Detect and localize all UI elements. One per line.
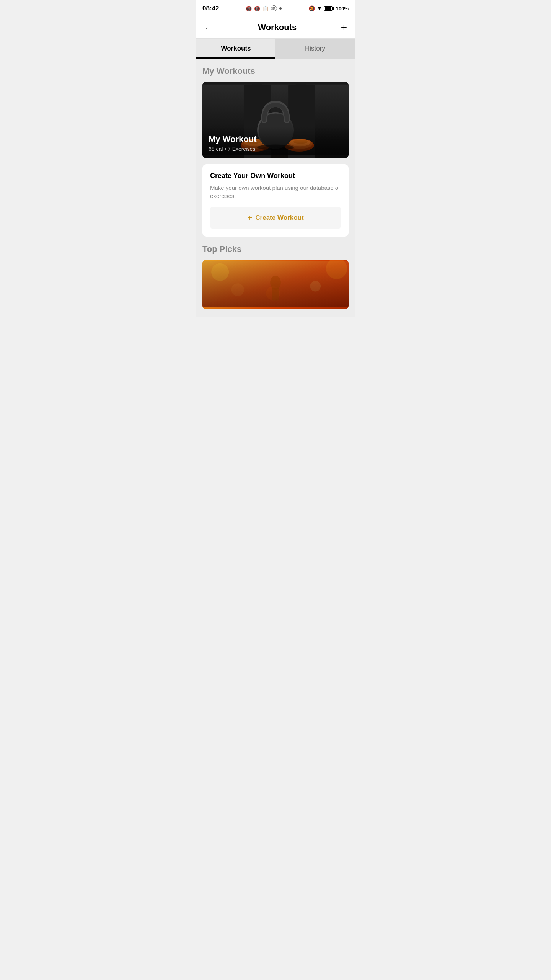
workout-card[interactable]: My Workout 68 cal • 7 Exercises <box>202 82 349 158</box>
tab-history[interactable]: History <box>276 39 355 59</box>
sim1-icon: 📵 <box>246 6 252 11</box>
workout-card-title: My Workout <box>209 134 256 144</box>
create-card-title: Create Your Own Workout <box>210 172 341 180</box>
top-picks-section: Top Picks <box>202 244 349 309</box>
battery-percent: 100% <box>336 6 349 11</box>
dot-icon <box>279 7 282 10</box>
create-workout-card: Create Your Own Workout Make your own wo… <box>202 164 349 237</box>
tab-workouts-label: Workouts <box>221 45 251 52</box>
workout-card-meta: 68 cal • 7 Exercises <box>209 146 256 152</box>
status-bar: 08:42 📵 📵 📋 P 🔕 ▼ 100% <box>196 0 355 17</box>
create-card-description: Make your own workout plan using our dat… <box>210 184 341 200</box>
back-button[interactable]: ← <box>204 22 214 34</box>
top-picks-card[interactable] <box>202 260 349 309</box>
header: ← Workouts + <box>196 17 355 39</box>
my-workouts-section: My Workouts <box>202 66 349 237</box>
tabs-container: Workouts History <box>196 39 355 59</box>
status-time: 08:42 <box>202 5 219 12</box>
tab-history-label: History <box>305 45 325 52</box>
my-workouts-title: My Workouts <box>202 66 349 76</box>
mute-icon: 🔕 <box>308 5 315 11</box>
tab-workouts[interactable]: Workouts <box>196 39 276 59</box>
top-picks-svg <box>202 260 349 309</box>
parking-icon: P <box>271 5 277 11</box>
create-btn-label: Create Workout <box>255 214 303 222</box>
status-icons: 📵 📵 📋 P <box>246 5 282 11</box>
clipboard-icon: 📋 <box>262 6 269 11</box>
top-picks-title: Top Picks <box>202 244 349 254</box>
add-button[interactable]: + <box>341 21 347 34</box>
workout-card-info: My Workout 68 cal • 7 Exercises <box>209 134 256 152</box>
create-btn-plus-icon: + <box>247 213 252 223</box>
svg-rect-27 <box>202 261 349 307</box>
sim2-icon: 📵 <box>254 6 260 11</box>
create-workout-button[interactable]: + Create Workout <box>210 207 341 229</box>
battery-icon <box>324 6 334 11</box>
main-content: My Workouts <box>196 59 355 317</box>
status-right: 🔕 ▼ 100% <box>308 5 349 11</box>
wifi-icon: ▼ <box>317 5 322 11</box>
page-title: Workouts <box>258 23 297 33</box>
